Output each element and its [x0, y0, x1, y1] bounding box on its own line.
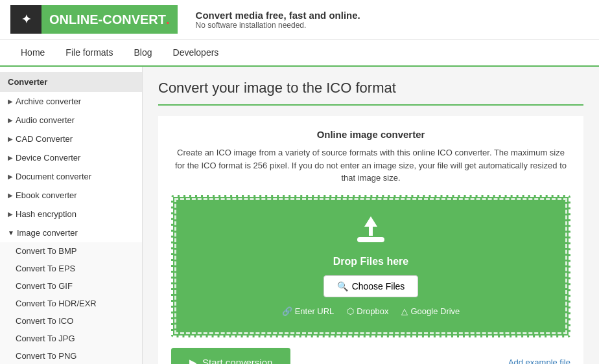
sidebar-item-image[interactable]: ▼ Image converter: [0, 223, 142, 242]
sidebar-submenu-image: Convert To BMP Convert To EPS Convert To…: [0, 242, 142, 364]
search-icon: 🔍: [337, 281, 348, 291]
svg-rect-0: [357, 237, 384, 242]
header-tagline: Convert media free, fast and online. No …: [196, 10, 360, 30]
arrow-icon: ▶: [8, 98, 13, 105]
sidebar-subitem-hdr[interactable]: Convert To HDR/EXR: [0, 295, 142, 312]
nav-developers[interactable]: Developers: [163, 40, 229, 65]
tagline-main: Convert media free, fast and online.: [196, 10, 360, 21]
sidebar-subitem-eps[interactable]: Convert To EPS: [0, 260, 142, 277]
sidebar-item-hash[interactable]: ▶ Hash encryption: [0, 205, 142, 223]
sidebar-item-device[interactable]: ▶ Device Converter: [0, 148, 142, 167]
nav-home[interactable]: Home: [10, 40, 55, 65]
dropbox-icon: ⬡: [347, 306, 354, 316]
drop-links: 🔗 Enter URL ⬡ Dropbox △ Google Drive: [186, 306, 556, 316]
nav-blog[interactable]: Blog: [123, 40, 162, 65]
add-example-link[interactable]: Add example file: [508, 358, 570, 364]
arrow-icon: ▼: [8, 229, 14, 236]
drop-label: Drop Files here: [186, 256, 556, 267]
converter-title: Online image converter: [171, 129, 570, 140]
sidebar-item-cad[interactable]: ▶ CAD Converter: [0, 130, 142, 148]
upload-icon: [186, 216, 556, 251]
converter-description: Create an ICO image from a variety of so…: [171, 146, 570, 185]
enter-url-link[interactable]: 🔗 Enter URL: [282, 306, 335, 316]
sidebar-subitem-gif[interactable]: Convert To GIF: [0, 277, 142, 295]
sidebar-item-document[interactable]: ▶ Document converter: [0, 167, 142, 186]
sidebar-subitem-jpg[interactable]: Convert To JPG: [0, 330, 142, 347]
page-title: Convert your image to the ICO format: [158, 80, 583, 106]
converter-section: Online image converter Create an ICO ima…: [158, 116, 583, 364]
arrow-icon: ▶: [8, 173, 13, 180]
sidebar-item-ebook[interactable]: ▶ Ebook converter: [0, 186, 142, 205]
chevron-right-icon: ▶: [189, 357, 197, 365]
start-conversion-button[interactable]: ▶ Start conversion: [171, 348, 290, 365]
tagline-sub: No software installation needed.: [196, 21, 360, 30]
link-icon: 🔗: [282, 306, 292, 316]
dropbox-link[interactable]: ⬡ Dropbox: [347, 306, 388, 316]
sidebar-item-archive[interactable]: ▶ Archive converter: [0, 92, 142, 111]
sidebar-item-audio[interactable]: ▶ Audio converter: [0, 111, 142, 130]
sidebar-subitem-png[interactable]: Convert To PNG: [0, 347, 142, 364]
sidebar: Converter ▶ Archive converter ▶ Audio co…: [0, 67, 143, 364]
logo-text: ONLINE-CONVERT.: [41, 5, 178, 34]
header: ✦ ONLINE-CONVERT. Convert media free, fa…: [0, 0, 599, 40]
arrow-icon: ▶: [8, 210, 13, 218]
arrow-icon: ▶: [8, 135, 13, 142]
bottom-bar: ▶ Start conversion Add example file: [171, 348, 570, 365]
sidebar-subitem-ico[interactable]: Convert To ICO: [0, 312, 142, 330]
sidebar-subitem-bmp[interactable]: Convert To BMP: [0, 242, 142, 260]
logo-area: ✦ ONLINE-CONVERT.: [10, 5, 178, 34]
main-layout: Converter ▶ Archive converter ▶ Audio co…: [0, 67, 599, 364]
arrow-icon: ▶: [8, 192, 13, 199]
arrow-icon: ▶: [8, 154, 13, 161]
choose-files-button[interactable]: 🔍 Choose Files: [323, 275, 419, 297]
nav-file-formats[interactable]: File formats: [55, 40, 123, 65]
google-drive-link[interactable]: △ Google Drive: [401, 306, 460, 316]
drop-zone[interactable]: Drop Files here 🔍 Choose Files 🔗 Enter U…: [171, 195, 570, 337]
main-nav: Home File formats Blog Developers: [0, 40, 599, 67]
content-area: Convert your image to the ICO format Onl…: [143, 67, 599, 364]
sidebar-section-header: Converter: [0, 72, 142, 92]
drive-icon: △: [401, 306, 408, 316]
arrow-icon: ▶: [8, 117, 13, 124]
logo-icon: ✦: [10, 5, 41, 34]
